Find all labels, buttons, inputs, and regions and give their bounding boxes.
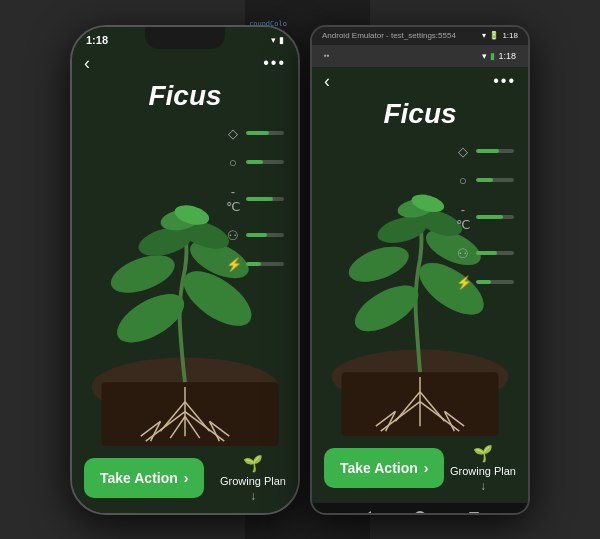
iphone-app-content: ‹ ••• Ficus ◇ ○ — [72, 49, 298, 513]
iphone-plant-icon: 🌱 — [243, 454, 263, 473]
stat-energy: ⚡ — [226, 257, 284, 272]
android-battery-status: ▮ — [490, 51, 495, 61]
temp-bar-bg — [246, 197, 284, 201]
android-stat-water: ◇ — [456, 144, 514, 159]
android-chevron-icon: › — [424, 460, 429, 476]
iphone-screen: 1:18 ▾ ▮ ‹ ••• Ficus ◇ — [72, 27, 298, 513]
android-growing-plan[interactable]: 🌱 Growing Plan ↓ — [450, 444, 516, 493]
iphone-back-button[interactable]: ‹ — [84, 53, 90, 74]
android-water-icon: ◇ — [456, 144, 470, 159]
android-emulator-label: Android Emulator - test_settings:5554 — [322, 31, 456, 40]
svg-rect-1 — [101, 382, 278, 446]
iphone-nav-row: ‹ ••• — [72, 49, 298, 78]
energy-icon: ⚡ — [226, 257, 240, 272]
android-status-bar: ▪▪ ▾ ▮ 1:18 — [312, 45, 528, 67]
svg-point-41 — [344, 239, 413, 288]
android-back-nav-button[interactable] — [359, 510, 373, 515]
humidity-bar-bg — [246, 233, 284, 237]
android-humidity-bar-bg — [476, 251, 514, 255]
iphone-status-icons: ▾ ▮ — [271, 35, 284, 45]
iphone-device: 1:18 ▾ ▮ ‹ ••• Ficus ◇ — [70, 25, 300, 515]
iphone-growing-plan[interactable]: 🌱 Growing Plan ↓ — [220, 454, 286, 503]
water-bar-fill — [246, 131, 269, 135]
android-recents-button[interactable] — [467, 510, 481, 515]
android-notifications: ▪▪ — [324, 51, 330, 60]
android-nav-row: ‹ ••• — [312, 67, 528, 96]
android-time: 1:18 — [502, 31, 518, 40]
iphone-growing-plan-label: Growing Plan — [220, 475, 286, 487]
iphone-menu-button[interactable]: ••• — [263, 54, 286, 72]
android-nav-bar — [312, 503, 528, 515]
android-light-icon: ○ — [456, 173, 470, 188]
android-plant-icon: 🌱 — [473, 444, 493, 463]
android-temp-icon: -℃ — [456, 202, 470, 232]
android-back-button[interactable]: ‹ — [324, 71, 330, 92]
android-plant-area: ◇ ○ -℃ — [312, 134, 528, 436]
android-light-bar-fill — [476, 178, 493, 182]
android-top-status-icons: ▾ 🔋 1:18 — [482, 31, 518, 40]
light-icon: ○ — [226, 155, 240, 170]
energy-bar-fill — [246, 262, 261, 266]
android-humidity-bar-fill — [476, 251, 497, 255]
android-app-content: ‹ ••• Ficus ◇ ○ — [312, 67, 528, 503]
android-top-bar: Android Emulator - test_settings:5554 ▾ … — [312, 27, 528, 45]
temp-bar-fill — [246, 197, 273, 201]
android-battery-icon: 🔋 — [489, 31, 499, 40]
android-stat-humidity: ⚇ — [456, 246, 514, 261]
android-stat-energy: ⚡ — [456, 275, 514, 290]
android-bottom-section: Take Action › 🌱 Growing Plan ↓ — [312, 436, 528, 503]
android-energy-bar-fill — [476, 280, 491, 284]
iphone-plant-area: ◇ ○ -℃ — [72, 116, 298, 446]
iphone-take-action-button[interactable]: Take Action › — [84, 458, 204, 498]
android-energy-icon: ⚡ — [456, 275, 470, 290]
android-growing-plan-label: Growing Plan — [450, 465, 516, 477]
android-home-button[interactable] — [413, 510, 427, 515]
android-temp-bar-fill — [476, 215, 503, 219]
svg-point-18 — [106, 247, 180, 299]
android-temp-bar-bg — [476, 215, 514, 219]
iphone-take-action-label: Take Action — [100, 470, 178, 486]
stat-temp: -℃ — [226, 184, 284, 214]
water-icon: ◇ — [226, 126, 240, 141]
android-menu-button[interactable]: ••• — [493, 72, 516, 90]
android-stats-panel: ◇ ○ -℃ — [456, 144, 514, 290]
android-status-icons-right: ▾ ▮ 1:18 — [482, 51, 516, 61]
android-stat-temp: -℃ — [456, 202, 514, 232]
iphone-down-arrow-icon: ↓ — [250, 489, 256, 503]
android-wifi-icon: ▾ — [482, 31, 486, 40]
android-recents-square-icon — [469, 512, 479, 515]
iphone-bottom-section: Take Action › 🌱 Growing Plan ↓ — [72, 446, 298, 513]
stat-light: ○ — [226, 155, 284, 170]
android-stat-light: ○ — [456, 173, 514, 188]
stat-water: ◇ — [226, 126, 284, 141]
android-light-bar-bg — [476, 178, 514, 182]
android-device: Android Emulator - test_settings:5554 ▾ … — [310, 25, 530, 515]
battery-icon: ▮ — [279, 35, 284, 45]
temp-icon: -℃ — [226, 184, 240, 214]
android-water-bar-bg — [476, 149, 514, 153]
iphone-time: 1:18 — [86, 34, 108, 46]
android-home-circle-icon — [414, 511, 426, 515]
stat-humidity: ⚇ — [226, 228, 284, 243]
iphone-app-title: Ficus — [72, 78, 298, 116]
android-screen: ▪▪ ▾ ▮ 1:18 ‹ ••• Ficus ◇ — [312, 45, 528, 515]
android-humidity-icon: ⚇ — [456, 246, 470, 261]
humidity-icon: ⚇ — [226, 228, 240, 243]
light-bar-fill — [246, 160, 263, 164]
energy-bar-bg — [246, 262, 284, 266]
wifi-icon: ▾ — [271, 35, 276, 45]
iphone-notch — [145, 27, 225, 49]
light-bar-bg — [246, 160, 284, 164]
android-water-bar-fill — [476, 149, 499, 153]
android-take-action-button[interactable]: Take Action › — [324, 448, 444, 488]
android-app-title: Ficus — [312, 96, 528, 134]
water-bar-bg — [246, 131, 284, 135]
iphone-chevron-icon: › — [184, 470, 189, 486]
iphone-stats-panel: ◇ ○ -℃ — [226, 126, 284, 272]
android-down-arrow-icon: ↓ — [480, 479, 486, 493]
humidity-bar-fill — [246, 233, 267, 237]
android-take-action-label: Take Action — [340, 460, 418, 476]
android-energy-bar-bg — [476, 280, 514, 284]
android-clock: 1:18 — [498, 51, 516, 61]
android-signal-icon: ▾ — [482, 51, 487, 61]
